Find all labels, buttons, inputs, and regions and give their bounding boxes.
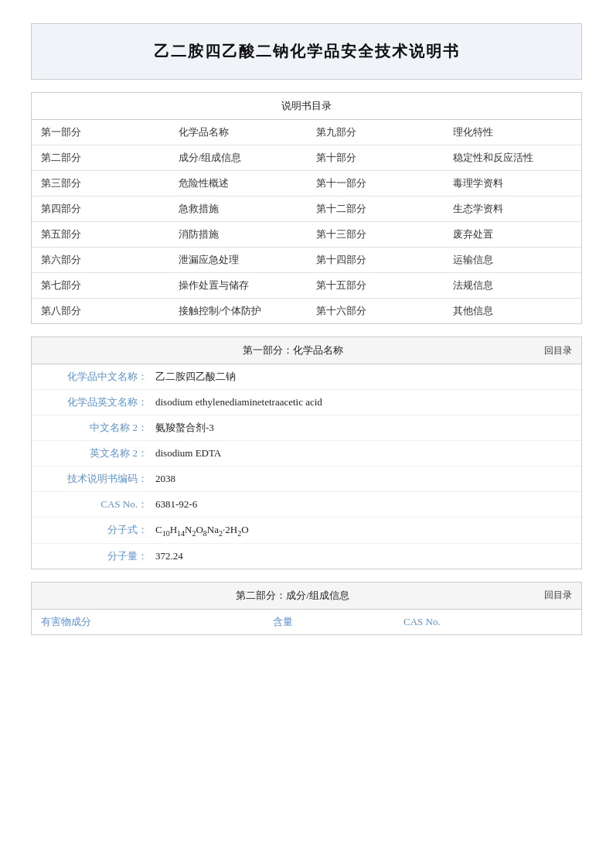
field-row: 英文名称 2：disodium EDTA <box>32 441 581 466</box>
field-label: 分子式： <box>47 523 155 537</box>
toc-cell: 第九部分 <box>307 120 444 145</box>
part1-back[interactable]: 回目录 <box>544 344 572 357</box>
toc-cell: 运输信息 <box>444 248 581 273</box>
toc-cell: 第十一部分 <box>307 171 444 196</box>
field-label: 英文名称 2： <box>47 446 155 460</box>
part2-table: 有害物成分含量CAS No. <box>32 610 581 634</box>
field-value: C10H14N2O8Na2·2H2O <box>155 524 566 538</box>
toc-row: 第七部分操作处置与储存第十五部分法规信息 <box>32 273 581 299</box>
toc-row: 第六部分泄漏应急处理第十四部分运输信息 <box>32 248 581 273</box>
field-value: 2038 <box>155 473 566 485</box>
toc-cell: 第六部分 <box>32 248 169 273</box>
toc-cell: 消防措施 <box>169 222 307 248</box>
field-row: 分子量：372.24 <box>32 544 581 569</box>
toc-cell: 其他信息 <box>444 299 581 324</box>
toc-cell: 接触控制/个体防护 <box>169 299 307 324</box>
main-title: 乙二胺四乙酸二钠化学品安全技术说明书 <box>39 41 574 62</box>
field-row: 分子式：C10H14N2O8Na2·2H2O <box>32 518 581 544</box>
toc-cell: 危险性概述 <box>169 171 307 196</box>
toc-section: 说明书目录 第一部分化学品名称第九部分理化特性第二部分成分/组成信息第十部分稳定… <box>31 92 582 324</box>
toc-cell: 泄漏应急处理 <box>169 248 307 273</box>
part2-col-header: CAS No. <box>394 610 581 634</box>
part2-col-header: 有害物成分 <box>32 610 264 634</box>
toc-cell: 第四部分 <box>32 196 169 222</box>
field-value: 乙二胺四乙酸二钠 <box>155 370 566 384</box>
toc-cell: 第三部分 <box>32 171 169 196</box>
part2-title: 第二部分：成分/组成信息 <box>41 589 544 603</box>
field-label: 中文名称 2： <box>47 421 155 435</box>
toc-cell: 第十五部分 <box>307 273 444 299</box>
part1-header: 第一部分：化学品名称 回目录 <box>32 337 581 364</box>
toc-cell: 第一部分 <box>32 120 169 145</box>
toc-cell: 第二部分 <box>32 145 169 171</box>
field-row: 化学品中文名称：乙二胺四乙酸二钠 <box>32 364 581 390</box>
field-value: 氨羧螯合剂-3 <box>155 421 566 435</box>
toc-row: 第一部分化学品名称第九部分理化特性 <box>32 120 581 145</box>
field-label: 分子量： <box>47 549 155 563</box>
toc-cell: 第十六部分 <box>307 299 444 324</box>
toc-cell: 第十四部分 <box>307 248 444 273</box>
toc-cell: 化学品名称 <box>169 120 307 145</box>
toc-cell: 理化特性 <box>444 120 581 145</box>
field-label: CAS No.： <box>47 497 155 511</box>
toc-cell: 废弃处置 <box>444 222 581 248</box>
part1-title: 第一部分：化学品名称 <box>41 343 544 357</box>
field-value: disodium EDTA <box>155 447 566 460</box>
field-value: 6381-92-6 <box>155 498 566 511</box>
part2-back[interactable]: 回目录 <box>544 589 572 602</box>
field-row: 化学品英文名称：disodium ethylenediaminetetraace… <box>32 390 581 415</box>
field-row: 中文名称 2：氨羧螯合剂-3 <box>32 415 581 441</box>
part2-header: 第二部分：成分/组成信息 回目录 <box>32 583 581 610</box>
toc-cell: 生态学资料 <box>444 196 581 222</box>
toc-cell: 第十二部分 <box>307 196 444 222</box>
toc-row: 第五部分消防措施第十三部分废弃处置 <box>32 222 581 248</box>
part2-block: 第二部分：成分/组成信息 回目录 有害物成分含量CAS No. <box>31 582 582 635</box>
toc-header: 说明书目录 <box>32 93 581 120</box>
toc-cell: 第十部分 <box>307 145 444 171</box>
toc-cell: 第五部分 <box>32 222 169 248</box>
toc-cell: 稳定性和反应活性 <box>444 145 581 171</box>
toc-row: 第四部分急救措施第十二部分生态学资料 <box>32 196 581 222</box>
part1-fields: 化学品中文名称：乙二胺四乙酸二钠化学品英文名称：disodium ethylen… <box>32 364 581 569</box>
field-label: 化学品英文名称： <box>47 395 155 409</box>
toc-row: 第二部分成分/组成信息第十部分稳定性和反应活性 <box>32 145 581 171</box>
toc-table: 第一部分化学品名称第九部分理化特性第二部分成分/组成信息第十部分稳定性和反应活性… <box>32 120 581 323</box>
toc-cell: 第八部分 <box>32 299 169 324</box>
field-label: 化学品中文名称： <box>47 370 155 384</box>
field-label: 技术说明书编码： <box>47 472 155 486</box>
toc-cell: 法规信息 <box>444 273 581 299</box>
toc-row: 第八部分接触控制/个体防护第十六部分其他信息 <box>32 299 581 324</box>
part2-col-header: 含量 <box>264 610 394 634</box>
part1-block: 第一部分：化学品名称 回目录 化学品中文名称：乙二胺四乙酸二钠化学品英文名称：d… <box>31 337 582 569</box>
toc-cell: 毒理学资料 <box>444 171 581 196</box>
field-value: 372.24 <box>155 550 566 562</box>
toc-cell: 成分/组成信息 <box>169 145 307 171</box>
field-value: disodium ethylenediaminetetraacetic acid <box>155 396 566 408</box>
field-row: 技术说明书编码：2038 <box>32 466 581 492</box>
toc-cell: 操作处置与储存 <box>169 273 307 299</box>
page: 乙二胺四乙酸二钠化学品安全技术说明书 说明书目录 第一部分化学品名称第九部分理化… <box>0 0 613 671</box>
toc-cell: 第七部分 <box>32 273 169 299</box>
toc-row: 第三部分危险性概述第十一部分毒理学资料 <box>32 171 581 196</box>
field-row: CAS No.：6381-92-6 <box>32 492 581 518</box>
toc-cell: 第十三部分 <box>307 222 444 248</box>
toc-cell: 急救措施 <box>169 196 307 222</box>
title-section: 乙二胺四乙酸二钠化学品安全技术说明书 <box>31 23 582 80</box>
